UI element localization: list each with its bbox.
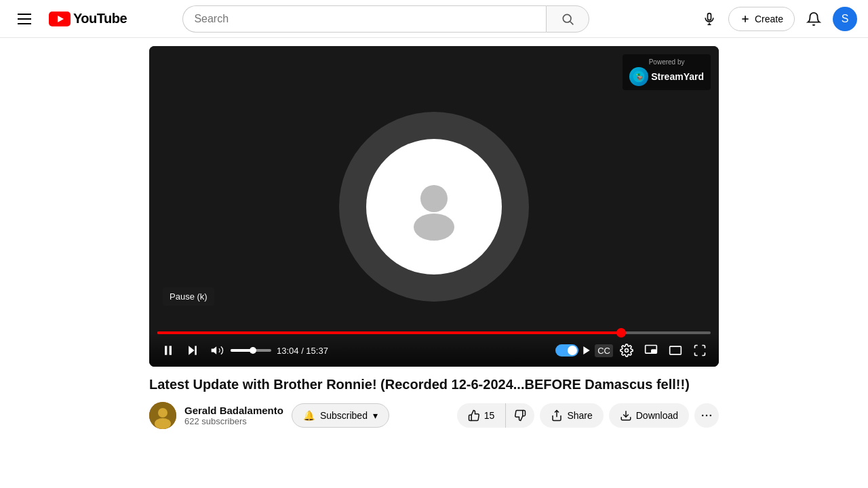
volume-button[interactable] — [206, 340, 228, 361]
video-player[interactable]: Powered by 🦆 StreamYard Pause (k) — [149, 46, 719, 367]
more-options-button[interactable] — [694, 403, 719, 428]
search-area — [182, 5, 589, 33]
user-initial: S — [842, 13, 849, 25]
autoplay-track[interactable] — [555, 344, 578, 357]
download-button[interactable]: Download — [609, 403, 689, 428]
svg-point-28 — [702, 415, 704, 417]
share-icon — [551, 409, 563, 422]
channel-name[interactable]: Gerald Badalamento — [184, 405, 283, 416]
video-avatar-inner — [366, 139, 502, 274]
next-button[interactable] — [182, 340, 203, 361]
streamyard-powered-text: Powered by — [649, 58, 685, 66]
svg-point-30 — [710, 415, 712, 417]
pause-tooltip: Pause (k) — [163, 287, 214, 306]
dislike-button[interactable] — [506, 403, 534, 428]
thumbs-down-icon — [514, 409, 526, 422]
skip-next-icon — [186, 344, 199, 357]
theatre-icon — [669, 344, 682, 357]
create-button[interactable]: Create — [728, 7, 795, 31]
streamyard-badge: Powered by 🦆 StreamYard — [623, 54, 711, 90]
download-icon — [620, 409, 632, 422]
video-avatar-outer — [339, 112, 529, 302]
fullscreen-icon — [693, 344, 707, 357]
microphone-button[interactable] — [696, 5, 723, 33]
search-button[interactable] — [546, 5, 589, 33]
svg-point-19 — [625, 349, 629, 352]
svg-point-10 — [414, 214, 454, 241]
streamyard-duck-icon: 🦆 — [629, 67, 648, 86]
volume-icon — [210, 344, 224, 357]
video-background: Powered by 🦆 StreamYard Pause (k) — [149, 46, 719, 367]
video-title: Latest Update with Brother Ronnie! (Reco… — [149, 375, 719, 394]
plus-icon — [740, 14, 751, 24]
channel-subscribers: 622 subscribers — [184, 416, 283, 426]
video-info: Latest Update with Brother Ronnie! (Reco… — [149, 367, 719, 437]
create-label: Create — [755, 14, 783, 24]
share-label: Share — [567, 410, 592, 421]
fullscreen-button[interactable] — [689, 340, 711, 361]
settings-icon — [620, 344, 633, 357]
cc-label: CC — [597, 346, 610, 356]
settings-button[interactable] — [616, 340, 637, 361]
channel-avatar[interactable] — [149, 402, 176, 429]
thumbs-up-icon — [468, 409, 480, 422]
subscribe-chevron: ▾ — [373, 410, 378, 421]
channel-row: Gerald Badalamento 622 subscribers 🔔 Sub… — [149, 402, 719, 429]
channel-avatar-image — [149, 402, 176, 429]
autoplay-knob — [568, 346, 577, 355]
actions-right: 15 — [457, 403, 719, 428]
svg-point-25 — [155, 418, 171, 429]
svg-rect-13 — [165, 346, 167, 354]
autoplay-toggle[interactable] — [555, 344, 592, 357]
subscribe-label: Subscribed — [320, 410, 368, 421]
like-dislike-group: 15 — [457, 403, 535, 428]
pause-icon — [161, 344, 175, 357]
hamburger-icon — [12, 8, 37, 30]
bell-icon — [806, 12, 821, 26]
volume-slider[interactable] — [231, 349, 271, 352]
svg-point-24 — [158, 408, 167, 418]
svg-point-29 — [706, 415, 708, 417]
video-wrapper: Powered by 🦆 StreamYard Pause (k) — [149, 46, 719, 437]
download-label: Download — [636, 410, 678, 421]
streamyard-logo: 🦆 StreamYard — [629, 67, 704, 86]
channel-info: Gerald Badalamento 622 subscribers — [184, 405, 283, 426]
like-count: 15 — [484, 410, 495, 421]
svg-point-2 — [564, 14, 572, 22]
main-content: Powered by 🦆 StreamYard Pause (k) — [0, 46, 868, 437]
svg-rect-21 — [652, 350, 656, 352]
microphone-icon — [703, 12, 716, 26]
cc-button[interactable]: CC — [595, 344, 613, 357]
pause-button[interactable] — [157, 340, 179, 361]
theatre-mode-button[interactable] — [665, 340, 686, 361]
svg-rect-14 — [170, 346, 172, 354]
subscribe-button[interactable]: 🔔 Subscribed ▾ — [292, 403, 389, 428]
youtube-wordmark: YouTube — [73, 11, 127, 26]
like-button[interactable]: 15 — [457, 403, 507, 428]
svg-marker-17 — [212, 346, 217, 354]
youtube-logo-icon — [49, 12, 71, 26]
video-controls: 13:04 / 15:37 CC — [149, 334, 719, 367]
svg-line-3 — [570, 21, 574, 24]
time-display: 13:04 / 15:37 — [277, 346, 328, 356]
youtube-logo[interactable]: YouTube — [49, 11, 127, 26]
svg-point-9 — [420, 185, 448, 212]
svg-rect-4 — [707, 13, 711, 20]
svg-marker-15 — [189, 346, 194, 354]
search-input[interactable] — [182, 5, 546, 33]
autoplay-play-icon — [581, 345, 592, 356]
person-icon — [400, 173, 468, 241]
streamyard-name-text: StreamYard — [651, 71, 704, 82]
header: YouTube Create S — [0, 0, 868, 38]
miniplayer-button[interactable] — [640, 340, 662, 361]
share-button[interactable]: Share — [540, 403, 603, 428]
miniplayer-icon — [644, 344, 658, 357]
svg-rect-16 — [195, 346, 197, 354]
bell-icon-label: 🔔 — [303, 410, 315, 421]
header-right: Create S — [696, 5, 857, 33]
hamburger-menu[interactable] — [11, 5, 38, 33]
svg-rect-22 — [670, 346, 682, 354]
user-avatar[interactable]: S — [833, 7, 857, 31]
svg-marker-18 — [584, 346, 590, 354]
notifications-button[interactable] — [800, 5, 827, 33]
